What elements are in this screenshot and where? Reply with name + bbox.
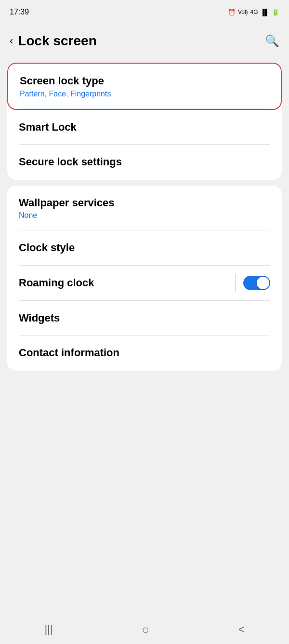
contact-information-title: Contact information: [19, 346, 270, 360]
roaming-clock-title-area: Roaming clock: [19, 266, 94, 301]
volume-icon: Vol): [238, 9, 248, 15]
toggle-separator: [235, 274, 236, 292]
clock-style-title: Clock style: [19, 241, 270, 255]
header-left: ‹ Lock screen: [10, 33, 97, 49]
roaming-clock-toggle[interactable]: [243, 276, 270, 290]
widgets-title: Widgets: [19, 311, 270, 325]
search-button[interactable]: 🔍: [265, 34, 279, 48]
display-card: Wallpaper services None Clock style Roam…: [7, 186, 282, 371]
alarm-icon: ⏰: [228, 9, 236, 16]
screen-lock-type-title: Screen lock type: [20, 74, 269, 88]
network-4g-icon: 4G: [250, 9, 258, 15]
bottom-nav: ||| ○ <: [0, 615, 289, 644]
content-area: Screen lock type Pattern, Face, Fingerpr…: [0, 58, 289, 376]
status-bar: 17:39 ⏰ Vol) 4G ▐▌ 🔋: [0, 0, 289, 24]
back-nav-button[interactable]: <: [238, 623, 245, 636]
status-time: 17:39: [10, 8, 29, 16]
toggle-knob: [257, 277, 269, 289]
page-title: Lock screen: [18, 33, 96, 49]
header: ‹ Lock screen 🔍: [0, 24, 289, 58]
smart-lock-item[interactable]: Smart Lock: [7, 110, 282, 145]
recent-apps-button[interactable]: |||: [44, 623, 53, 636]
wallpaper-services-item[interactable]: Wallpaper services None: [7, 186, 282, 231]
wallpaper-services-title: Wallpaper services: [19, 196, 270, 210]
screen-lock-type-subtitle: Pattern, Face, Fingerprints: [20, 90, 269, 98]
home-button[interactable]: ○: [142, 622, 149, 637]
status-icons: ⏰ Vol) 4G ▐▌ 🔋: [228, 9, 279, 16]
contact-information-item[interactable]: Contact information: [7, 335, 282, 371]
clock-style-item[interactable]: Clock style: [7, 230, 282, 266]
wallpaper-services-subtitle: None: [19, 211, 270, 220]
screen-lock-type-item[interactable]: Screen lock type Pattern, Face, Fingerpr…: [7, 63, 282, 110]
widgets-item[interactable]: Widgets: [7, 301, 282, 336]
back-button[interactable]: ‹: [10, 35, 13, 47]
secure-lock-settings-title: Secure lock settings: [19, 155, 270, 169]
roaming-clock-item[interactable]: Roaming clock: [7, 266, 282, 301]
smart-lock-title: Smart Lock: [19, 121, 270, 134]
battery-icon: 🔋: [272, 9, 279, 16]
roaming-clock-toggle-area: [235, 274, 270, 292]
signal-icon: ▐▌: [261, 9, 269, 16]
security-card: Screen lock type Pattern, Face, Fingerpr…: [7, 63, 282, 180]
roaming-clock-title: Roaming clock: [19, 276, 94, 290]
roaming-clock-row: Roaming clock: [7, 266, 282, 301]
secure-lock-settings-item[interactable]: Secure lock settings: [7, 145, 282, 180]
